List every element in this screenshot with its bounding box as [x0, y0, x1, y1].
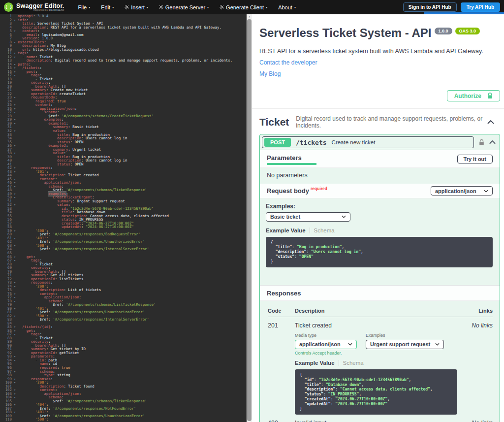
fold-caret-icon[interactable]: ▾: [12, 314, 18, 318]
response-example-select[interactable]: Urgent support request: [366, 340, 444, 349]
fold-caret-icon[interactable]: ▾: [12, 29, 18, 33]
authorize-button[interactable]: Authorize: [447, 90, 500, 101]
fold-caret-icon[interactable]: ▾: [12, 195, 18, 199]
fold-caret-icon[interactable]: ▾: [12, 229, 18, 233]
fold-caret-icon[interactable]: ▾: [12, 70, 18, 74]
menu-generate-client[interactable]: Generate Client▾: [220, 4, 267, 10]
auth-lock-icon[interactable]: [479, 139, 484, 146]
fold-caret-icon[interactable]: ▾: [12, 151, 18, 155]
editor-content[interactable]: 1openapi: 3.0.42▾info:3 title: Serverles…: [0, 14, 252, 422]
parameters-tab[interactable]: Parameters: [267, 153, 316, 165]
fold-caret-icon[interactable]: ▾: [12, 410, 18, 414]
opblock-summary-box[interactable]: POST /tickets Create new ticket: [262, 136, 474, 148]
fold-caret-icon[interactable]: ▾: [12, 325, 18, 329]
editor-line-65[interactable]: 65: [0, 251, 252, 255]
fold-caret-icon[interactable]: ▾: [12, 18, 18, 22]
editor-line-13[interactable]: 13 description: Digital record used to t…: [0, 59, 252, 63]
editor-line-15[interactable]: 15▾ /tickets:: [0, 66, 252, 70]
controls-accept-note: Controls Accept header.: [295, 351, 357, 356]
fold-caret-icon[interactable]: ▾: [12, 281, 18, 285]
response-media-type-select[interactable]: application/json: [295, 340, 357, 349]
sign-in-api-hub-button[interactable]: Sign in to API Hub: [403, 2, 457, 12]
fold-caret-icon[interactable]: ▾: [12, 381, 18, 385]
fold-caret-icon[interactable]: ▾: [12, 103, 18, 107]
fold-caret-icon[interactable]: ▾: [12, 166, 18, 170]
fold-caret-icon[interactable]: ▾: [12, 107, 18, 111]
fold-caret-icon[interactable]: ▾: [12, 388, 18, 392]
fold-caret-icon[interactable]: ▾: [12, 307, 18, 311]
fold-caret-icon[interactable]: ▾: [12, 73, 18, 77]
fold-gutter: [12, 173, 18, 177]
fold-caret-icon[interactable]: ▾: [12, 358, 18, 362]
fold-caret-icon[interactable]: ▾: [12, 395, 18, 399]
try-api-hub-button[interactable]: Try API Hub: [461, 2, 500, 12]
fold-caret-icon[interactable]: ▾: [12, 118, 18, 122]
fold-caret-icon[interactable]: ▾: [12, 292, 18, 296]
editor-line-1[interactable]: 1openapi: 3.0.4: [0, 14, 252, 18]
fold-caret-icon[interactable]: ▾: [12, 122, 18, 126]
fold-caret-icon[interactable]: ▾: [12, 329, 18, 333]
fold-caret-icon[interactable]: ▾: [12, 285, 18, 289]
contact-developer-link[interactable]: Contact the developer: [259, 59, 500, 66]
request-examples-zone: Examples: Basic ticket Example Value Sch…: [260, 198, 500, 271]
fold-caret-icon[interactable]: ▾: [12, 244, 18, 248]
collapse-operation-chevron-icon[interactable]: [489, 140, 496, 144]
fold-caret-icon[interactable]: ▾: [12, 299, 18, 303]
menu-about[interactable]: About▾: [278, 4, 296, 10]
scrollbar-thumb[interactable]: [247, 19, 252, 421]
fold-caret-icon[interactable]: ▾: [12, 181, 18, 185]
fold-caret-icon[interactable]: ▾: [12, 236, 18, 240]
fold-caret-icon[interactable]: ▾: [12, 55, 18, 59]
tag-section-ticket[interactable]: Ticket Digital record used to track and …: [252, 109, 504, 133]
request-media-type-select[interactable]: application/json: [431, 186, 493, 195]
editor-line-110[interactable]: 110 '500':: [0, 418, 252, 422]
fold-caret-icon[interactable]: ▾: [12, 129, 18, 133]
fold-caret-icon[interactable]: ▾: [12, 377, 18, 381]
fold-caret-icon[interactable]: ▾: [12, 192, 18, 196]
editor-scrollbar[interactable]: ▲: [247, 14, 252, 422]
opblock-summary[interactable]: POST /tickets Create new ticket: [260, 134, 500, 150]
collapse-chevron-icon[interactable]: [487, 120, 494, 124]
schema-tab[interactable]: Schema: [310, 227, 335, 233]
fold-caret-icon[interactable]: ▾: [12, 110, 18, 114]
scrollbar-up-arrow-icon[interactable]: ▲: [247, 14, 252, 19]
menu-generate-server[interactable]: Generate Server▾: [159, 4, 209, 10]
response-row-201: 201Ticket createdMedia typeapplication/j…: [268, 317, 493, 415]
fold-gutter: [12, 159, 18, 162]
schema-tab[interactable]: Schema: [339, 360, 364, 366]
blog-link[interactable]: My Blog: [259, 70, 500, 77]
fold-caret-icon[interactable]: ▾: [12, 203, 18, 207]
menu-edit[interactable]: Edit▾: [101, 4, 114, 10]
editor-line-10[interactable]: 10 url: https://blog.luisguisado.cloud: [0, 48, 252, 52]
fold-caret-icon[interactable]: ▾: [12, 177, 18, 181]
fold-caret-icon[interactable]: ▾: [12, 185, 18, 189]
fold-caret-icon[interactable]: ▾: [12, 170, 18, 174]
fold-caret-icon[interactable]: ▾: [12, 259, 18, 262]
response-code: 400: [268, 420, 295, 422]
fold-caret-icon[interactable]: ▾: [12, 66, 18, 70]
menu-insert[interactable]: Insert▾: [125, 4, 148, 10]
fold-caret-icon[interactable]: ▾: [12, 392, 18, 396]
fold-caret-icon[interactable]: ▾: [12, 355, 18, 358]
request-example-select[interactable]: Basic ticket: [266, 212, 350, 222]
fold-caret-icon[interactable]: ▾: [12, 96, 18, 99]
fold-caret-icon[interactable]: ▾: [12, 403, 18, 407]
example-value-tab[interactable]: Example Value: [295, 360, 335, 366]
try-it-out-button[interactable]: Try it out: [457, 155, 493, 163]
fold-caret-icon[interactable]: ▾: [12, 255, 18, 259]
fold-caret-icon[interactable]: ▾: [12, 40, 18, 44]
example-value-tab[interactable]: Example Value: [266, 227, 306, 233]
fold-caret-icon[interactable]: ▾: [12, 295, 18, 299]
editor-line-64[interactable]: 64 $ref: '#/components/responses/Interna…: [0, 247, 252, 251]
fold-gutter: [12, 22, 18, 26]
swagger-editor-brand[interactable]: { } Swagger Editor. supported by SMARTBE…: [0, 2, 69, 12]
editor-line-83[interactable]: 83 $ref: '#/components/responses/Interna…: [0, 318, 252, 322]
fold-caret-icon[interactable]: ▾: [12, 144, 18, 148]
editor-line-85[interactable]: 85▾ /tickets/{id}:: [0, 325, 252, 329]
fold-caret-icon[interactable]: ▾: [12, 63, 18, 66]
fold-caret-icon[interactable]: ▾: [12, 51, 18, 55]
yaml-editor[interactable]: 1openapi: 3.0.42▾info:3 title: Serverles…: [0, 14, 252, 422]
fold-caret-icon[interactable]: ▾: [12, 370, 18, 374]
fold-caret-icon[interactable]: ▾: [12, 332, 18, 336]
menu-file[interactable]: File▾: [78, 4, 90, 10]
